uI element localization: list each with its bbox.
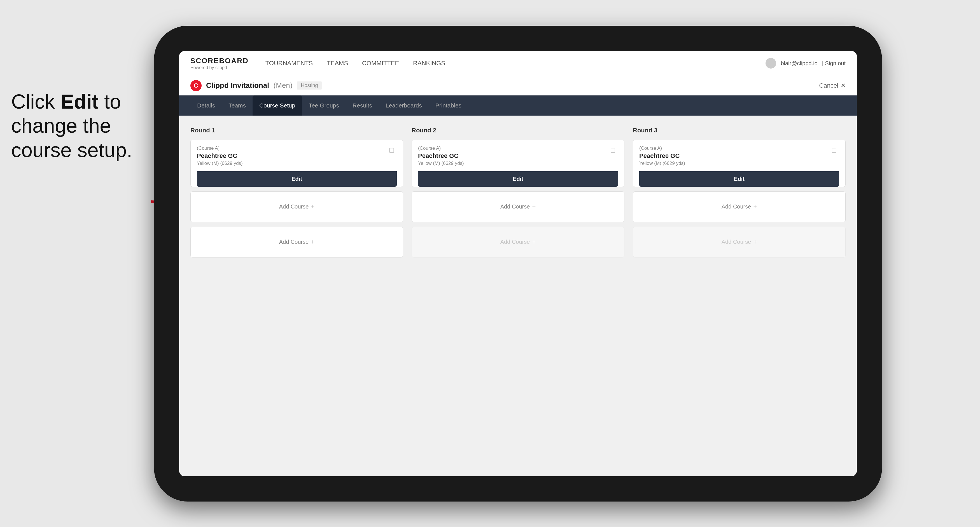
nav-link-teams[interactable]: TEAMS bbox=[327, 59, 348, 68]
round-2-course-card: (Course A) Peachtree GC Yellow (M) (6629… bbox=[412, 140, 624, 187]
tab-tee-groups[interactable]: Tee Groups bbox=[302, 95, 346, 116]
tournament-title-area: C Clippd Invitational (Men) Hosting bbox=[190, 80, 322, 91]
tab-details[interactable]: Details bbox=[190, 95, 222, 116]
course-details-r2: Yellow (M) (6629 yds) bbox=[418, 160, 608, 166]
course-label-r3: (Course A) bbox=[639, 146, 829, 151]
edit-course-button-r2[interactable]: Edit bbox=[418, 171, 618, 187]
tablet-frame: SCOREBOARD Powered by clippd TOURNAMENTS… bbox=[154, 26, 882, 502]
add-course-card-r3-1[interactable]: Add Course + bbox=[633, 191, 846, 222]
tablet-screen: SCOREBOARD Powered by clippd TOURNAMENTS… bbox=[179, 51, 857, 476]
round-2-column: Round 2 (Course A) Peachtree GC Yellow (… bbox=[412, 127, 624, 262]
user-email: blair@clippd.io bbox=[781, 60, 817, 67]
close-icon: ✕ bbox=[840, 82, 846, 89]
logo-area: SCOREBOARD Powered by clippd bbox=[190, 57, 249, 70]
course-card-header: (Course A) Peachtree GC Yellow (M) (6629… bbox=[197, 146, 397, 166]
add-course-card-r2-1[interactable]: Add Course + bbox=[412, 191, 624, 222]
tab-printables[interactable]: Printables bbox=[429, 95, 468, 116]
plus-icon: + bbox=[311, 203, 315, 211]
tab-bar: Details Teams Course Setup Tee Groups Re… bbox=[179, 95, 857, 116]
round-1-column: Round 1 (Course A) Peachtree GC Yellow (… bbox=[190, 127, 403, 262]
course-name-r2: Peachtree GC bbox=[418, 152, 608, 160]
course-info-r3: (Course A) Peachtree GC Yellow (M) (6629… bbox=[639, 146, 829, 166]
course-card-header-r3: (Course A) Peachtree GC Yellow (M) (6629… bbox=[639, 146, 839, 166]
edit-course-button-r1[interactable]: Edit bbox=[197, 171, 397, 187]
avatar bbox=[765, 58, 776, 68]
hosting-badge: Hosting bbox=[297, 81, 322, 90]
round-1-title: Round 1 bbox=[190, 127, 403, 134]
round-2-title: Round 2 bbox=[412, 127, 624, 134]
user-area: blair@clippd.io | Sign out bbox=[765, 58, 846, 68]
nav-link-committee[interactable]: COMMITTEE bbox=[362, 59, 399, 68]
tab-teams[interactable]: Teams bbox=[222, 95, 253, 116]
round-3-course-card: (Course A) Peachtree GC Yellow (M) (6629… bbox=[633, 140, 846, 187]
course-details: Yellow (M) (6629 yds) bbox=[197, 160, 387, 166]
tab-course-setup[interactable]: Course Setup bbox=[253, 95, 302, 116]
course-info: (Course A) Peachtree GC Yellow (M) (6629… bbox=[197, 146, 387, 166]
logo-title: SCOREBOARD bbox=[190, 57, 249, 65]
delete-course-button-r2[interactable]: ☐ bbox=[608, 146, 618, 156]
course-label-r2: (Course A) bbox=[418, 146, 608, 151]
tournament-name: Clippd Invitational (Men) bbox=[206, 81, 292, 90]
delete-icon-r3: ☐ bbox=[831, 147, 837, 154]
delete-course-button[interactable]: ☐ bbox=[387, 146, 397, 156]
round-1-course-card: (Course A) Peachtree GC Yellow (M) (6629… bbox=[190, 140, 403, 187]
add-course-card-r1-1[interactable]: Add Course + bbox=[190, 191, 403, 222]
add-course-card-r1-2[interactable]: Add Course + bbox=[190, 227, 403, 257]
add-course-card-r2-2: Add Course + bbox=[412, 227, 624, 257]
main-content: Round 1 (Course A) Peachtree GC Yellow (… bbox=[179, 116, 857, 476]
clippd-logo: C bbox=[190, 80, 202, 91]
round-3-title: Round 3 bbox=[633, 127, 846, 134]
course-label: (Course A) bbox=[197, 146, 387, 151]
plus-icon-2: + bbox=[311, 238, 315, 246]
nav-links: TOURNAMENTS TEAMS COMMITTEE RANKINGS bbox=[266, 59, 766, 68]
tournament-header: C Clippd Invitational (Men) Hosting Canc… bbox=[179, 76, 857, 95]
top-nav: SCOREBOARD Powered by clippd TOURNAMENTS… bbox=[179, 51, 857, 76]
tab-leaderboards[interactable]: Leaderboards bbox=[379, 95, 429, 116]
cancel-button[interactable]: Cancel ✕ bbox=[819, 82, 846, 89]
logo-sub: Powered by clippd bbox=[190, 65, 249, 70]
tab-results[interactable]: Results bbox=[346, 95, 379, 116]
nav-link-rankings[interactable]: RANKINGS bbox=[413, 59, 445, 68]
delete-icon: ☐ bbox=[389, 147, 395, 154]
course-name: Peachtree GC bbox=[197, 152, 387, 160]
course-card-header-r2: (Course A) Peachtree GC Yellow (M) (6629… bbox=[418, 146, 618, 166]
sign-out-link[interactable]: | Sign out bbox=[822, 60, 846, 67]
annotation-text: Click Edit to change the course setup. bbox=[11, 90, 132, 162]
edit-course-button-r3[interactable]: Edit bbox=[639, 171, 839, 187]
rounds-container: Round 1 (Course A) Peachtree GC Yellow (… bbox=[190, 127, 846, 262]
plus-icon-r3-2: + bbox=[753, 238, 757, 246]
annotation-bold: Edit bbox=[60, 90, 99, 113]
plus-icon-r2: + bbox=[532, 203, 536, 211]
course-info-r2: (Course A) Peachtree GC Yellow (M) (6629… bbox=[418, 146, 608, 166]
course-name-r3: Peachtree GC bbox=[639, 152, 829, 160]
course-details-r3: Yellow (M) (6629 yds) bbox=[639, 160, 829, 166]
plus-icon-r3: + bbox=[753, 203, 757, 211]
nav-link-tournaments[interactable]: TOURNAMENTS bbox=[266, 59, 313, 68]
delete-course-button-r3[interactable]: ☐ bbox=[829, 146, 839, 156]
plus-icon-r2-2: + bbox=[532, 238, 536, 246]
round-3-column: Round 3 (Course A) Peachtree GC Yellow (… bbox=[633, 127, 846, 262]
delete-icon-r2: ☐ bbox=[610, 147, 616, 154]
add-course-card-r3-2: Add Course + bbox=[633, 227, 846, 257]
